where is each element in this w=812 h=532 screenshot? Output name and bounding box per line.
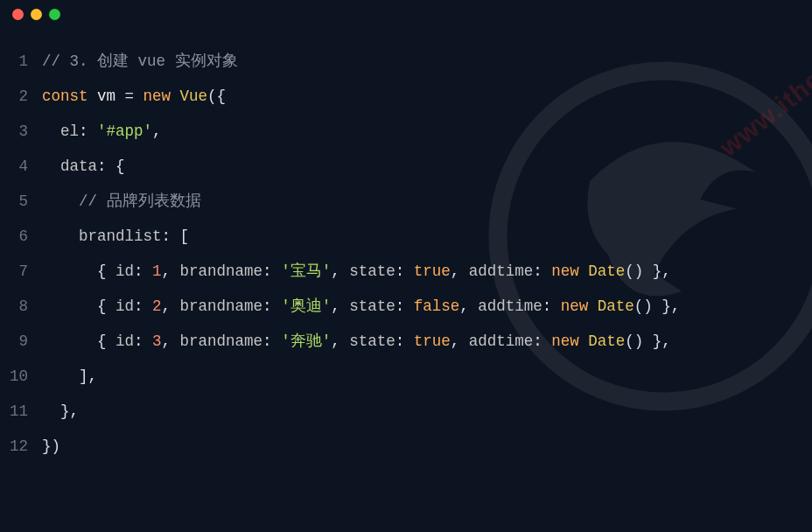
token-num: 1 — [152, 262, 162, 280]
token-punc: , — [162, 298, 180, 315]
token-kw: new — [144, 88, 172, 105]
token-str: '奥迪' — [281, 298, 331, 315]
token-key: state — [349, 332, 396, 350]
code-content: }, — [42, 394, 79, 429]
minimize-icon[interactable] — [31, 9, 42, 20]
token-kw: true — [414, 332, 451, 350]
line-number: 2 — [0, 79, 42, 114]
token-punc: , — [152, 122, 162, 140]
token-key: el — [60, 122, 79, 140]
token-cls: Vue — [180, 88, 208, 105]
token-punc: , — [451, 332, 469, 350]
token-kw: const — [42, 88, 88, 105]
token-punc: }) — [42, 438, 60, 455]
token-punc — [588, 298, 598, 315]
token-key: data — [60, 158, 97, 175]
token-cls: Date — [588, 262, 625, 280]
token-key: addtime — [478, 298, 542, 315]
token-punc: : — [79, 122, 97, 140]
code-line: 7 { id: 1, brandname: '宝马', state: true,… — [0, 254, 812, 289]
code-content: brandlist: [ — [42, 219, 189, 254]
code-line: 4 data: { — [0, 149, 812, 184]
code-content: }) — [42, 429, 60, 464]
code-content: ], — [42, 359, 97, 394]
line-number: 12 — [0, 429, 42, 464]
token-key: brandname — [180, 298, 263, 315]
token-punc: : — [396, 298, 414, 315]
code-line: 10 ], — [0, 359, 812, 394]
close-icon[interactable] — [12, 9, 24, 20]
line-number: 10 — [0, 359, 42, 394]
code-line: 6 brandlist: [ — [0, 219, 812, 254]
token-cls: Date — [588, 332, 625, 350]
line-number: 4 — [0, 149, 42, 184]
token-punc: , — [162, 332, 180, 350]
token-punc: ({ — [207, 88, 226, 105]
token-kw: new — [551, 332, 579, 350]
line-number: 6 — [0, 219, 42, 254]
code-content: // 品牌列表数据 — [42, 184, 201, 219]
token-kw: false — [414, 298, 460, 315]
token-punc: { — [97, 262, 116, 280]
token-cmt: // 品牌列表数据 — [79, 192, 201, 210]
line-number: 9 — [0, 324, 42, 359]
code-line: 11 }, — [0, 394, 812, 429]
token-key: id — [116, 298, 134, 315]
token-punc: : — [262, 332, 281, 350]
token-punc: : — [262, 298, 281, 315]
token-punc: : — [134, 262, 152, 280]
token-kw: new — [561, 298, 589, 315]
token-punc: : — [533, 262, 551, 280]
maximize-icon[interactable] — [49, 9, 60, 20]
token-punc: { — [97, 332, 116, 350]
code-line: 2const vm = new Vue({ — [0, 79, 812, 114]
token-punc: () }, — [634, 298, 681, 315]
token-punc — [579, 262, 589, 280]
token-punc: , — [162, 262, 180, 280]
token-punc: : — [134, 332, 152, 350]
token-punc: { — [97, 298, 116, 315]
token-key: brandname — [180, 262, 263, 280]
token-punc: , — [331, 262, 349, 280]
line-number: 5 — [0, 184, 42, 219]
line-number: 11 — [0, 394, 42, 429]
token-kw: new — [551, 262, 579, 280]
line-number: 8 — [0, 289, 42, 324]
token-cmt: // 3. 创建 vue 实例对象 — [42, 52, 238, 70]
code-content: el: '#app', — [42, 114, 162, 149]
token-punc: : — [262, 262, 281, 280]
code-content: { id: 3, brandname: '奔驰', state: true, a… — [42, 324, 671, 359]
line-number: 7 — [0, 254, 42, 289]
code-line: 1// 3. 创建 vue 实例对象 — [0, 44, 812, 79]
token-punc: : [ — [162, 228, 190, 245]
code-line: 9 { id: 3, brandname: '奔驰', state: true,… — [0, 324, 812, 359]
code-line: 5 // 品牌列表数据 — [0, 184, 812, 219]
token-punc: ], — [79, 368, 97, 385]
token-key: id — [116, 332, 134, 350]
token-punc: , — [451, 262, 469, 280]
token-var: vm — [97, 88, 116, 105]
code-content: // 3. 创建 vue 实例对象 — [42, 44, 238, 79]
token-punc: () }, — [625, 262, 671, 280]
token-key: addtime — [469, 332, 534, 350]
token-punc: = — [116, 88, 144, 105]
code-line: 3 el: '#app', — [0, 114, 812, 149]
token-punc: () }, — [625, 332, 671, 350]
token-key: brandlist — [79, 228, 162, 245]
token-punc: }, — [60, 402, 79, 420]
token-punc: , — [331, 298, 349, 315]
code-window: www.itheima 1// 3. 创建 vue 实例对象2const vm … — [0, 0, 812, 532]
token-key: state — [349, 298, 396, 315]
token-punc: , — [331, 332, 349, 350]
code-content: { id: 1, brandname: '宝马', state: true, a… — [42, 254, 671, 289]
token-num: 3 — [152, 332, 162, 350]
line-number: 1 — [0, 44, 42, 79]
window-titlebar — [0, 0, 812, 28]
line-number: 3 — [0, 114, 42, 149]
code-content: const vm = new Vue({ — [42, 79, 226, 114]
token-str: '奔驰' — [281, 332, 331, 350]
token-str: '#app' — [97, 122, 152, 140]
code-content: data: { — [42, 149, 125, 184]
token-punc: : — [533, 332, 551, 350]
token-cls: Date — [598, 298, 634, 315]
